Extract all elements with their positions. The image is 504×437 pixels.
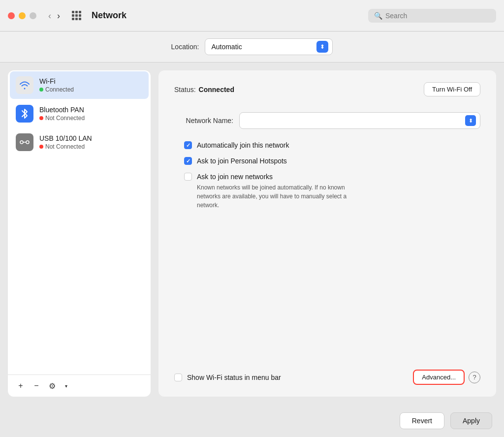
- location-bar: Location: Automatic ⬍: [0, 31, 504, 62]
- wifi-status: Connected: [39, 86, 74, 93]
- auto-join-checkbox[interactable]: [184, 141, 192, 149]
- nav-arrows: ‹ ›: [46, 10, 62, 21]
- bluetooth-icon: [16, 105, 33, 123]
- search-bar[interactable]: 🔍: [368, 9, 496, 23]
- wifi-name: Wi-Fi: [39, 77, 74, 85]
- right-panel: Status: Connected Turn Wi-Fi Off Network…: [158, 70, 496, 397]
- wifi-status-text: Connected: [45, 86, 74, 93]
- sidebar-item-bluetooth[interactable]: Bluetooth PAN Not Connected: [10, 100, 149, 127]
- network-list: Wi-Fi Connected Bluetooth PAN: [8, 70, 151, 375]
- wifi-network-info: Wi-Fi Connected: [39, 77, 74, 93]
- personal-hotspots-row: Ask to join Personal Hotspots: [184, 156, 480, 165]
- show-wifi-row: Show Wi-Fi status in menu bar: [174, 373, 413, 381]
- forward-button[interactable]: ›: [55, 10, 62, 21]
- usb-status-text: Not Connected: [45, 143, 85, 150]
- revert-button[interactable]: Revert: [400, 412, 444, 429]
- location-label: Location:: [171, 43, 199, 51]
- apply-button[interactable]: Apply: [450, 412, 492, 429]
- personal-hotspots-label: Ask to join Personal Hotspots: [197, 157, 287, 165]
- new-networks-label: Ask to join new networks: [197, 173, 273, 181]
- usb-status: Not Connected: [39, 143, 92, 150]
- show-wifi-checkbox[interactable]: [174, 374, 182, 381]
- usb-status-dot: [39, 145, 43, 149]
- usb-name: USB 10/100 LAN: [39, 134, 92, 142]
- wifi-icon: [16, 76, 33, 94]
- bluetooth-status: Not Connected: [39, 115, 85, 122]
- status-value: Connected: [199, 86, 424, 94]
- options-section: Automatically join this network Ask to j…: [184, 141, 480, 210]
- network-name-arrows-icon: ⬍: [465, 115, 476, 126]
- network-name-label: Network Name:: [174, 117, 233, 125]
- window-controls: [8, 12, 36, 19]
- wifi-status-dot: [39, 88, 43, 92]
- new-networks-row: Ask to join new networks Known networks …: [184, 172, 480, 210]
- footer: Revert Apply: [0, 405, 504, 437]
- main-content: Wi-Fi Connected Bluetooth PAN: [0, 62, 504, 405]
- gear-dropdown[interactable]: ⚙ ▾: [45, 379, 73, 393]
- status-label: Status:: [174, 86, 196, 94]
- add-network-button[interactable]: +: [14, 379, 28, 393]
- network-name-select[interactable]: ⬍: [239, 112, 480, 129]
- location-select[interactable]: Automatic ⬍: [205, 38, 333, 55]
- location-value: Automatic: [211, 43, 313, 51]
- new-networks-checkbox[interactable]: [184, 173, 192, 181]
- svg-point-0: [20, 141, 23, 144]
- bluetooth-network-info: Bluetooth PAN Not Connected: [39, 106, 85, 122]
- close-button[interactable]: [8, 12, 15, 19]
- minimize-button[interactable]: [19, 12, 26, 19]
- sidebar-item-usb[interactable]: USB 10/100 LAN Not Connected: [10, 128, 149, 156]
- bottom-row: Show Wi-Fi status in menu bar Advanced..…: [174, 370, 480, 385]
- show-wifi-label: Show Wi-Fi status in menu bar: [187, 374, 281, 381]
- usb-icon: [16, 133, 33, 151]
- titlebar: ‹ › Network 🔍: [0, 0, 504, 31]
- svg-point-1: [26, 141, 29, 144]
- sidebar-item-wifi[interactable]: Wi-Fi Connected: [10, 71, 149, 99]
- search-icon: 🔍: [374, 12, 382, 20]
- auto-join-label: Automatically join this network: [197, 141, 289, 149]
- remove-network-button[interactable]: −: [30, 379, 43, 393]
- gear-button[interactable]: ⚙: [45, 379, 59, 393]
- maximize-button[interactable]: [30, 12, 36, 19]
- bluetooth-status-text: Not Connected: [45, 115, 85, 122]
- personal-hotspots-checkbox[interactable]: [184, 157, 192, 165]
- sidebar: Wi-Fi Connected Bluetooth PAN: [8, 70, 151, 397]
- new-networks-sublabel: Known networks will be joined automatica…: [197, 183, 364, 210]
- bluetooth-status-dot: [39, 116, 43, 120]
- page-title: Network: [92, 10, 362, 21]
- sidebar-toolbar: + − ⚙ ▾: [8, 375, 151, 397]
- bluetooth-name: Bluetooth PAN: [39, 106, 85, 114]
- back-button[interactable]: ‹: [46, 10, 53, 21]
- status-row: Status: Connected Turn Wi-Fi Off: [174, 82, 480, 96]
- help-button[interactable]: ?: [469, 372, 480, 383]
- turn-wifi-off-button[interactable]: Turn Wi-Fi Off: [424, 82, 480, 96]
- gear-chevron-button[interactable]: ▾: [59, 379, 73, 393]
- auto-join-row: Automatically join this network: [184, 141, 480, 150]
- network-name-row: Network Name: ⬍: [174, 112, 480, 129]
- search-input[interactable]: [385, 12, 490, 20]
- usb-network-info: USB 10/100 LAN Not Connected: [39, 134, 92, 150]
- location-arrows-icon: ⬍: [316, 41, 328, 53]
- grid-icon[interactable]: [72, 11, 82, 21]
- advanced-button[interactable]: Advanced...: [413, 370, 465, 385]
